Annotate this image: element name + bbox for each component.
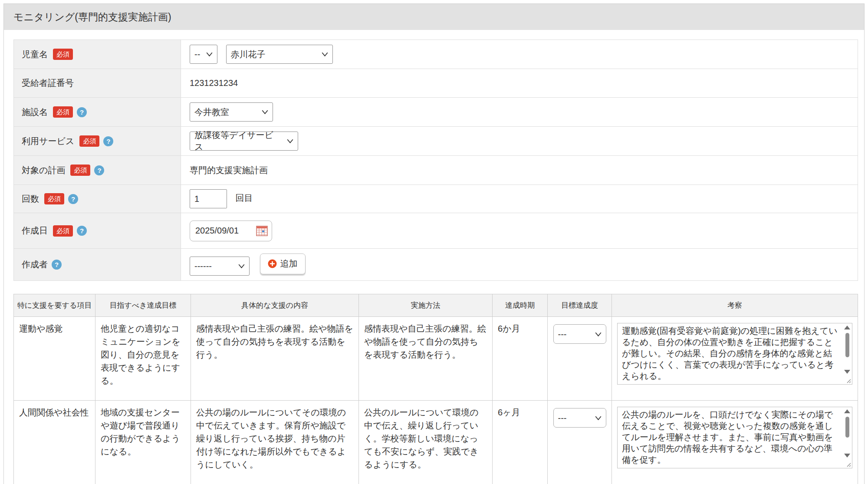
- monitoring-form-table: 児童名 必須 -- 赤川花子: [13, 40, 858, 281]
- cell-support: 公共の場のルールについてその環境の中で伝えていきます。保育所や施設で繰り返し行っ…: [191, 401, 359, 484]
- help-icon[interactable]: ?: [68, 194, 78, 204]
- textarea-scrollbar[interactable]: [844, 325, 851, 374]
- page-title: モニタリング(専門的支援実施計画): [13, 10, 171, 24]
- child-name-label: 児童名: [22, 49, 48, 60]
- form-row-facility: 施設名 必須 ? 今井教室: [14, 98, 858, 127]
- achievement-select[interactable]: ---: [553, 324, 606, 344]
- form-row-certificate-number: 受給者証番号 1231231234: [14, 69, 858, 98]
- header-support-item: 特に支援を要する項目: [14, 294, 95, 317]
- cell-period: 6か月: [493, 317, 548, 401]
- header-method: 実施方法: [359, 294, 493, 317]
- facility-label: 施設名: [22, 106, 48, 118]
- plus-icon: [268, 259, 277, 268]
- required-badge: 必須: [44, 193, 64, 204]
- header-support-content: 具体的な支援の内容: [191, 294, 359, 317]
- scrollbar-thumb[interactable]: [845, 333, 849, 357]
- child-name-select[interactable]: 赤川花子: [226, 45, 333, 64]
- cell-review: 運動感覚(固有受容覚や前庭覚)の処理に困難を抱えているため、自分の体の位置や動き…: [612, 317, 858, 401]
- form-row-target-plan: 対象の計画 必須 ? 専門的支援実施計画: [14, 156, 858, 185]
- child-number-select[interactable]: --: [190, 45, 217, 64]
- scroll-down-icon[interactable]: [844, 370, 850, 374]
- creation-date-label: 作成日: [22, 225, 48, 237]
- form-row-child-name: 児童名 必須 -- 赤川花子: [14, 40, 858, 69]
- creation-date-input[interactable]: 2025/09/01: [190, 221, 272, 241]
- cell-review: 公共の場のルールを、口頭だけでなく実際にその場で伝えることで、視覚や聴覚といった…: [612, 401, 858, 484]
- cell-method: 感情表現や自己主張の練習。絵や物語を使って自分の気持ちを表現する活動を行う。: [359, 317, 493, 401]
- help-icon[interactable]: ?: [77, 226, 87, 236]
- help-icon[interactable]: ?: [52, 260, 62, 270]
- chevron-down-icon: [206, 52, 213, 56]
- chevron-down-icon: [238, 264, 245, 268]
- header-period: 達成時期: [493, 294, 548, 317]
- plan-table: 特に支援を要する項目 目指すべき達成目標 具体的な支援の内容 実施方法 達成時期…: [13, 294, 858, 484]
- table-row: 人間関係や社会性 地域の支援センターや遊び場で普段通りの行動ができるようになる。…: [14, 401, 858, 484]
- required-badge: 必須: [79, 135, 99, 147]
- textarea-scrollbar[interactable]: [844, 408, 851, 458]
- target-plan-label: 対象の計画: [22, 165, 65, 176]
- required-badge: 必須: [53, 225, 73, 237]
- target-plan-value: 専門的支援実施計画: [190, 165, 268, 175]
- chevron-down-icon: [595, 416, 602, 420]
- certificate-number-value: 1231231234: [190, 78, 238, 88]
- resize-grip-icon[interactable]: [846, 462, 851, 467]
- form-row-creator: 作成者 ? ------ 追加: [14, 249, 858, 281]
- chevron-down-icon: [262, 110, 268, 114]
- required-badge: 必須: [53, 49, 73, 60]
- chevron-down-icon: [595, 332, 602, 336]
- chevron-down-icon: [322, 52, 328, 56]
- main-panel: モニタリング(専門的支援実施計画) 児童名 必須 -- 赤川花子: [3, 3, 865, 484]
- chevron-down-icon: [287, 139, 293, 143]
- panel-titlebar: モニタリング(専門的支援実施計画): [4, 4, 864, 30]
- header-achievement: 目標達成度: [548, 294, 612, 317]
- resize-grip-icon[interactable]: [846, 378, 851, 383]
- scroll-up-icon[interactable]: [844, 409, 850, 413]
- cell-method: 公共のルールについて環境の中で伝え、繰り返し行っていく。学校等新しい環境になって…: [359, 401, 493, 484]
- service-select[interactable]: 放課後等デイサービス: [190, 132, 298, 151]
- cell-item: 運動や感覚: [14, 317, 95, 401]
- achievement-select[interactable]: ---: [553, 408, 606, 428]
- count-input[interactable]: [190, 189, 227, 208]
- creator-label: 作成者: [22, 259, 48, 270]
- certificate-number-label: 受給者証番号: [22, 77, 74, 89]
- table-row: 運動や感覚 他児童との適切なコミュニケーションを図り、自分の意見を表現できるよう…: [14, 317, 858, 401]
- add-button[interactable]: 追加: [260, 254, 306, 274]
- form-row-service: 利用サービス 必須 ? 放課後等デイサービス: [14, 127, 858, 156]
- scroll-up-icon[interactable]: [844, 326, 850, 329]
- form-row-creation-date: 作成日 必須 ? 2025/09/01: [14, 213, 858, 249]
- calendar-icon[interactable]: [256, 225, 268, 236]
- cell-goal: 地域の支援センターや遊び場で普段通りの行動ができるようになる。: [95, 401, 191, 484]
- help-icon[interactable]: ?: [77, 107, 87, 117]
- scroll-down-icon[interactable]: [844, 454, 850, 458]
- header-review: 考察: [612, 294, 858, 317]
- plan-table-header-row: 特に支援を要する項目 目指すべき達成目標 具体的な支援の内容 実施方法 達成時期…: [14, 294, 858, 317]
- add-button-label: 追加: [280, 258, 298, 270]
- help-icon[interactable]: ?: [103, 136, 113, 146]
- review-textarea[interactable]: 運動感覚(固有受容覚や前庭覚)の処理に困難を抱えているため、自分の体の位置や動き…: [617, 323, 852, 385]
- cell-period: 6ヶ月: [493, 401, 548, 484]
- cell-item: 人間関係や社会性: [14, 401, 95, 484]
- service-label: 利用サービス: [22, 135, 74, 147]
- panel-content: 児童名 必須 -- 赤川花子: [4, 30, 864, 484]
- form-row-count: 回数 必須 ? 回目: [14, 185, 858, 213]
- count-label: 回数: [22, 193, 39, 205]
- facility-select[interactable]: 今井教室: [190, 102, 273, 122]
- cell-achievement: ---: [548, 401, 612, 484]
- cell-achievement: ---: [548, 317, 612, 401]
- creator-select[interactable]: ------: [190, 257, 250, 276]
- count-suffix: 回目: [236, 193, 253, 203]
- cell-goal: 他児童との適切なコミュニケーションを図り、自分の意見を表現できるようにする。: [95, 317, 191, 401]
- header-goal: 目指すべき達成目標: [95, 294, 191, 317]
- required-badge: 必須: [53, 106, 73, 118]
- cell-support: 感情表現や自己主張の練習。絵や物語を使って自分の気持ちを表現する活動を行う。: [191, 317, 359, 401]
- review-textarea[interactable]: 公共の場のルールを、口頭だけでなく実際にその場で伝えることで、視覚や聴覚といった…: [617, 407, 852, 468]
- required-badge: 必須: [70, 165, 90, 176]
- scrollbar-thumb[interactable]: [845, 417, 849, 438]
- help-icon[interactable]: ?: [94, 165, 104, 175]
